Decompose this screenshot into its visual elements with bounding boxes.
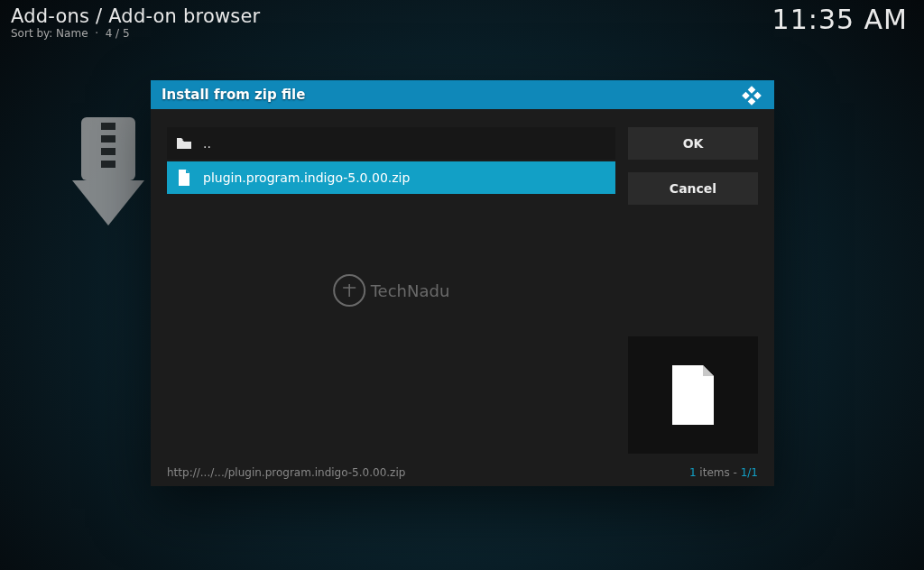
spacer: [628, 217, 758, 324]
file-list-pane: .. plugin.program.indigo-5.0.00.zip Tech…: [167, 127, 615, 454]
watermark-icon: [333, 274, 365, 307]
file-row[interactable]: plugin.program.indigo-5.0.00.zip: [167, 161, 615, 194]
count-position: 1/1: [741, 466, 758, 479]
cancel-button[interactable]: Cancel: [628, 172, 758, 205]
watermark: TechNadu: [333, 274, 450, 307]
svg-rect-3: [101, 148, 116, 155]
file-row-parent[interactable]: ..: [167, 127, 615, 160]
kodi-logo-icon: [740, 84, 763, 106]
file-icon: [176, 170, 192, 186]
watermark-text: TechNadu: [371, 281, 450, 300]
dialog-footer: http://.../.../plugin.program.indigo-5.0…: [151, 466, 774, 486]
file-list[interactable]: .. plugin.program.indigo-5.0.00.zip Tech…: [167, 127, 615, 454]
file-row-label: plugin.program.indigo-5.0.00.zip: [203, 170, 410, 185]
dialog-titlebar: Install from zip file: [151, 80, 774, 109]
dialog-side-pane: OK Cancel: [628, 127, 758, 454]
header: Add-ons / Add-on browser Sort by: Name ·…: [11, 5, 913, 40]
dialog-body: .. plugin.program.indigo-5.0.00.zip Tech…: [151, 109, 774, 466]
svg-rect-4: [101, 161, 116, 168]
separator: ·: [91, 27, 105, 40]
ok-button[interactable]: OK: [628, 127, 758, 160]
dialog-title-text: Install from zip file: [162, 87, 305, 103]
zip-arrow-icon: [63, 117, 153, 234]
list-position: 4 / 5: [106, 27, 130, 40]
count-sep: -: [730, 466, 741, 479]
install-zip-dialog: Install from zip file .. plugin.program.…: [151, 80, 774, 486]
file-row-label: ..: [203, 136, 211, 151]
count-word-text: items: [699, 466, 729, 479]
sort-label: Sort by: Name: [11, 27, 88, 40]
svg-rect-1: [101, 123, 116, 130]
clock: 11:35 AM: [772, 4, 908, 35]
current-path: http://.../.../plugin.program.indigo-5.0…: [167, 466, 405, 479]
folder-up-icon: [176, 137, 192, 150]
svg-rect-2: [101, 135, 116, 142]
document-icon: [669, 365, 717, 425]
item-count: 1 items - 1/1: [689, 466, 758, 479]
file-preview: [628, 336, 758, 454]
count-number: 1: [689, 466, 697, 479]
